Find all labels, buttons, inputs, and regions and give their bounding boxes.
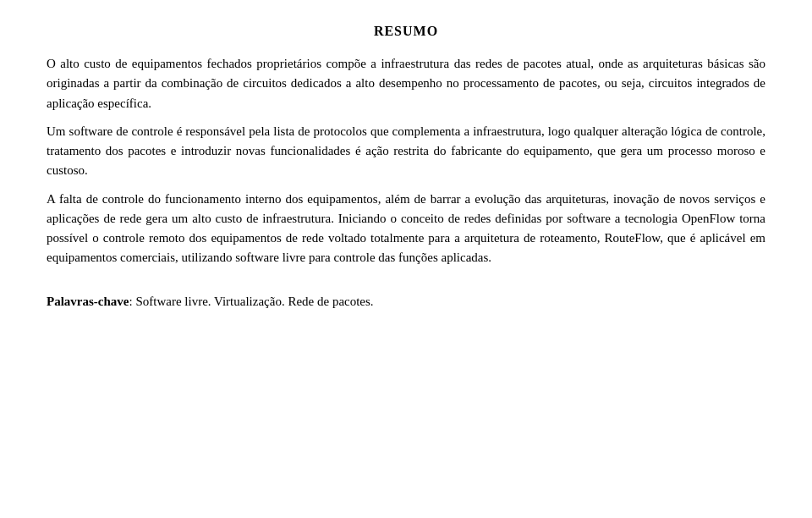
keywords-value: : Software livre. Virtualização. Rede de… (129, 295, 373, 308)
keywords-label: Palavras-chave (47, 295, 129, 308)
page-container: RESUMO O alto custo de equipamentos fech… (0, 0, 812, 518)
paragraph-1: O alto custo de equipamentos fechados pr… (47, 54, 765, 113)
resumo-title: RESUMO (47, 24, 765, 39)
paragraph-3: A falta de controle do funcionamento int… (47, 190, 765, 268)
paragraph-2: Um software de controle é responsável pe… (47, 122, 765, 181)
keywords-section: Palavras-chave: Software livre. Virtuali… (47, 292, 765, 311)
